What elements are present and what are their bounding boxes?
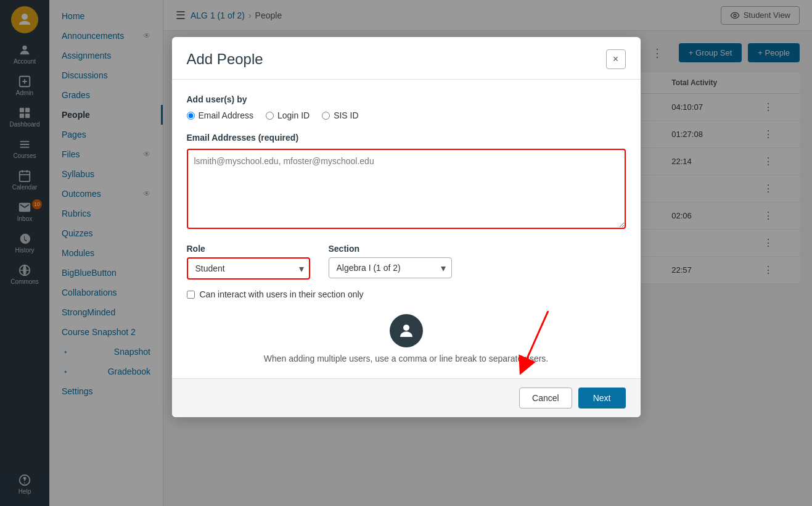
modal-close-button[interactable]: ×	[606, 49, 626, 69]
role-select[interactable]: Student Teacher TA Observer Designer	[187, 257, 310, 280]
modal-body: Add user(s) by Email Address Login ID SI…	[172, 80, 641, 378]
info-text: When adding multiple users, use a comma …	[264, 354, 548, 363]
email-textarea[interactable]	[187, 149, 626, 229]
section-label: Section	[329, 244, 452, 254]
role-section-row: Role Student Teacher TA Observer Designe…	[187, 244, 626, 280]
radio-login-id[interactable]: Login ID	[266, 110, 310, 120]
info-section: When adding multiple users, use a comma …	[187, 314, 626, 363]
add-by-label: Add user(s) by	[187, 94, 626, 104]
next-button[interactable]: Next	[578, 388, 626, 409]
modal-title: Add People	[187, 51, 263, 68]
checkbox-label: Can interact with users in their section…	[200, 289, 364, 299]
radio-email[interactable]: Email Address	[187, 110, 253, 120]
section-select[interactable]: Algebra I (1 of 2) Algebra I (2 of 2)	[329, 257, 452, 278]
cancel-button[interactable]: Cancel	[519, 388, 572, 409]
section-only-checkbox[interactable]	[187, 291, 195, 299]
add-by-radio-group: Email Address Login ID SIS ID	[187, 110, 626, 120]
role-label: Role	[187, 244, 310, 254]
user-avatar-icon	[390, 314, 423, 347]
role-select-wrapper: Student Teacher TA Observer Designer ▾	[187, 257, 310, 280]
modal-overlay: Add People × Add user(s) by Email Addres…	[0, 0, 812, 506]
modal-footer: Cancel Next	[172, 378, 641, 417]
radio-sis-id[interactable]: SIS ID	[322, 110, 358, 120]
section-group: Section Algebra I (1 of 2) Algebra I (2 …	[329, 244, 452, 280]
email-label: Email Addresses (required)	[187, 133, 626, 143]
section-select-wrapper: Algebra I (1 of 2) Algebra I (2 of 2) ▾	[329, 257, 452, 278]
role-group: Role Student Teacher TA Observer Designe…	[187, 244, 310, 280]
checkbox-row: Can interact with users in their section…	[187, 289, 626, 299]
svg-point-11	[403, 325, 409, 331]
modal-header: Add People ×	[172, 37, 641, 80]
add-people-modal: Add People × Add user(s) by Email Addres…	[172, 37, 641, 417]
